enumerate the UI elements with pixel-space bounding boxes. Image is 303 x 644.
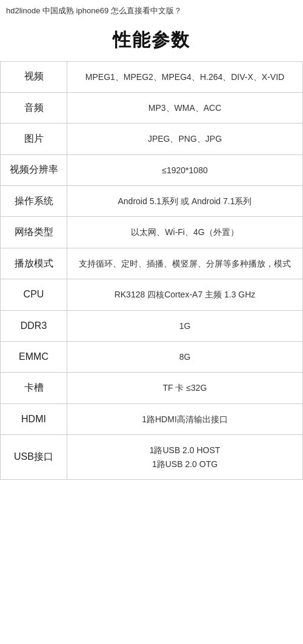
table-row: 视频MPEG1、MPEG2、MPEG4、H.264、DIV-X、X-VID — [1, 61, 303, 92]
spec-value: JPEG、PNG、JPG — [67, 124, 303, 154]
table-row: HDMI1路HDMI高清输出接口 — [1, 403, 303, 434]
spec-label: 网络类型 — [1, 217, 67, 248]
spec-value: TF 卡 ≤32G — [67, 373, 303, 403]
table-row: USB接口1路USB 2.0 HOST 1路USB 2.0 OTG — [1, 435, 303, 480]
table-row: 网络类型以太网、Wi-Fi、4G（外置） — [1, 217, 303, 248]
table-row: 视频分辨率≤1920*1080 — [1, 154, 303, 185]
spec-value: MPEG1、MPEG2、MPEG4、H.264、DIV-X、X-VID — [67, 61, 303, 92]
spec-label: 音频 — [1, 92, 67, 123]
spec-value: RK3128 四核Cortex-A7 主频 1.3 GHz — [67, 279, 303, 310]
table-row: DDR31G — [1, 310, 303, 341]
table-row: EMMC8G — [1, 342, 303, 373]
table-row: CPURK3128 四核Cortex-A7 主频 1.3 GHz — [1, 279, 303, 310]
specs-table: 视频MPEG1、MPEG2、MPEG4、H.264、DIV-X、X-VID音频M… — [0, 61, 303, 480]
table-row: 操作系统Android 5.1系列 或 Android 7.1系列 — [1, 186, 303, 217]
page-title: 性能参数 — [0, 28, 303, 53]
table-row: 卡槽TF 卡 ≤32G — [1, 373, 303, 403]
header-text: hd2linode 中国成熟 iphone69 怎么直接看中文版？ — [0, 0, 303, 19]
spec-label: 操作系统 — [1, 186, 67, 217]
table-row: 音频MP3、WMA、ACC — [1, 92, 303, 123]
spec-value: 1路USB 2.0 HOST 1路USB 2.0 OTG — [67, 435, 303, 480]
spec-label: DDR3 — [1, 310, 67, 341]
table-row: 图片JPEG、PNG、JPG — [1, 124, 303, 154]
spec-value: MP3、WMA、ACC — [67, 92, 303, 123]
spec-label: EMMC — [1, 342, 67, 373]
spec-label: USB接口 — [1, 435, 67, 480]
spec-label: 视频 — [1, 61, 67, 92]
table-row: 播放模式支持循环、定时、插播、横竖屏、分屏等多种播放，模式 — [1, 248, 303, 279]
spec-label: 播放模式 — [1, 248, 67, 279]
spec-value: 1路HDMI高清输出接口 — [67, 403, 303, 434]
spec-label: 视频分辨率 — [1, 154, 67, 185]
spec-value: Android 5.1系列 或 Android 7.1系列 — [67, 186, 303, 217]
spec-label: 卡槽 — [1, 373, 67, 403]
spec-value: 以太网、Wi-Fi、4G（外置） — [67, 217, 303, 248]
spec-value: 1G — [67, 310, 303, 341]
spec-value: ≤1920*1080 — [67, 154, 303, 185]
spec-value: 支持循环、定时、插播、横竖屏、分屏等多种播放，模式 — [67, 248, 303, 279]
title-section: 性能参数 — [0, 19, 303, 59]
spec-label: HDMI — [1, 403, 67, 434]
spec-label: 图片 — [1, 124, 67, 154]
spec-label: CPU — [1, 279, 67, 310]
spec-value: 8G — [67, 342, 303, 373]
